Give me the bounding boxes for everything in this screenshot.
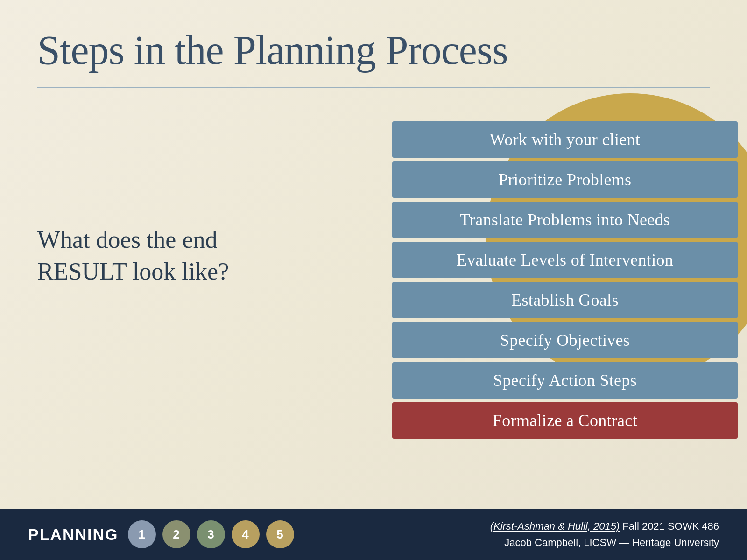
left-question: What does the end RESULT look like? <box>37 224 280 287</box>
step-6: Specify Objectives <box>392 322 738 358</box>
bottom-bar: PLANNING 1 2 3 4 5 (Kirst-Ashman & Hulll… <box>0 509 747 560</box>
divider <box>37 87 710 88</box>
nav-circles: 1 2 3 4 5 <box>128 520 294 548</box>
step-2: Prioritize Problems <box>392 161 738 198</box>
citation[interactable]: (Kirst-Ashman & Hulll, 2015) <box>490 520 620 532</box>
page-title: Steps in the Planning Process <box>37 28 710 73</box>
step-3: Translate Problems into Needs <box>392 202 738 238</box>
bottom-right: (Kirst-Ashman & Hulll, 2015) Fall 2021 S… <box>490 518 719 551</box>
nav-circle-5[interactable]: 5 <box>266 520 294 548</box>
slide: Steps in the Planning Process What does … <box>0 0 747 560</box>
step-4: Evaluate Levels of Intervention <box>392 242 738 278</box>
step-8: Formalize a Contract <box>392 402 738 439</box>
bottom-left: PLANNING 1 2 3 4 5 <box>28 520 294 548</box>
step-1: Work with your client <box>392 121 738 158</box>
step-5: Establish Goals <box>392 282 738 318</box>
nav-circle-4[interactable]: 4 <box>232 520 260 548</box>
planning-label: PLANNING <box>28 525 119 544</box>
nav-circle-1[interactable]: 1 <box>128 520 156 548</box>
instructor: Jacob Campbell, LICSW — Heritage Univers… <box>504 537 719 548</box>
steps-list: Work with your client Prioritize Problem… <box>392 121 747 439</box>
course: Fall 2021 SOWK 486 <box>622 520 719 532</box>
nav-circle-2[interactable]: 2 <box>162 520 190 548</box>
nav-circle-3[interactable]: 3 <box>197 520 225 548</box>
step-7: Specify Action Steps <box>392 362 738 399</box>
